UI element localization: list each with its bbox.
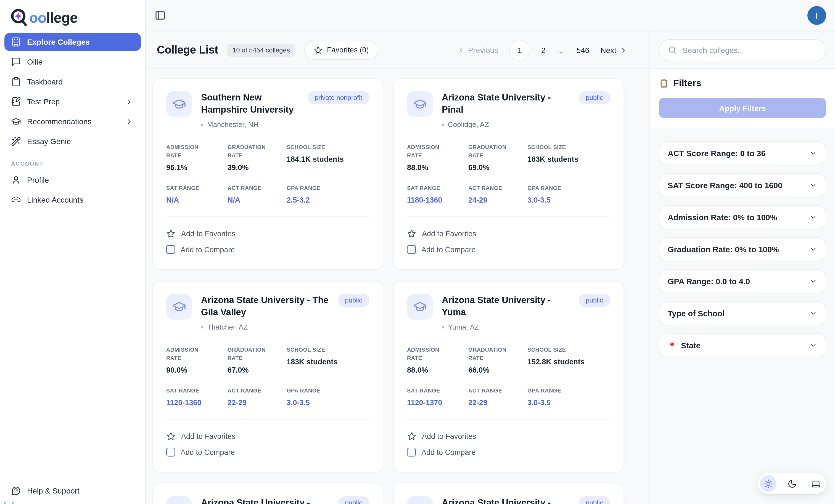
message-square-icon [11,57,21,67]
college-card: Arizona State University - Northeastern … [152,484,383,504]
sidebar-item[interactable]: Essay Genie [4,132,141,150]
pagination-page-2[interactable]: 2 [541,45,546,55]
school-type-badge: public [338,497,369,504]
add-to-favorites-button[interactable]: Add to Favorites [166,429,369,445]
sidebar-item-label: Explore Colleges [27,38,90,46]
pagination-previous[interactable]: Previous [457,45,498,55]
filters-title: Filters [673,78,701,89]
logo-rest: llege [46,9,78,26]
school-size-value: 183K students [527,155,610,163]
laptop-icon [811,479,820,488]
graduation-rate-value: 39.0% [227,163,274,172]
gpa-range-value: 2.5-3.2 [287,196,369,204]
sidebar-item[interactable]: Linked Accounts [4,191,141,209]
sidebar: oo llege Explore Colleges Ollie Taskboar… [0,0,146,504]
graduation-rate-value: 67.0% [227,366,274,375]
stat-label: SAT RANGE [166,387,215,395]
stat-label: ADMISSION RATE [407,143,455,160]
filter-dropdown[interactable]: Admission Rate: 0% to 100% [659,205,826,229]
college-name: Arizona State University - The Gila Vall… [201,294,329,318]
school-size-value: 183K students [287,358,369,366]
filter-label: Graduation Rate: 0% to 100% [668,245,805,254]
sidebar-item[interactable]: Taskboard [4,73,141,90]
search-input[interactable] [683,45,817,55]
sidebar-item[interactable]: Test Prep [4,93,141,110]
location-dot [442,326,444,329]
moon-icon [787,479,797,488]
add-to-favorites-button[interactable]: Add to Favorites [407,226,610,242]
notebook-pen-icon [11,97,21,107]
college-location: Manchester, NH [207,120,259,129]
search-icon [668,45,677,55]
add-to-favorites-button[interactable]: Add to Favorites [407,429,610,445]
help-support-item[interactable]: Help & Support [4,482,141,500]
college-avatar [407,497,433,504]
filter-label: SAT Score Range: 400 to 1600 [668,181,805,190]
graduation-cap-icon [413,503,427,504]
filter-dropdown[interactable]: SAT Score Range: 400 to 1600 [659,173,826,197]
stat-label: GPA RANGE [527,387,610,395]
stat-label: SAT RANGE [407,387,455,395]
pagination-next[interactable]: Next [600,45,627,55]
dark-theme-button[interactable] [783,475,800,492]
compare-checkbox[interactable] [407,245,416,254]
add-to-compare-row: Add to Compare [166,242,369,257]
graduation-cap-icon [172,503,186,504]
sidebar-item[interactable]: Profile [4,171,141,189]
pagination-page-last[interactable]: 546 [576,45,590,55]
user-avatar[interactable]: I [808,6,826,25]
filter-label: State [681,341,805,350]
stat-label: ADMISSION RATE [166,143,215,160]
college-name: Arizona State University - Pinal [442,91,570,115]
building-icon [11,37,21,47]
filter-label: Admission Rate: 0% to 100% [668,213,805,222]
compare-checkbox[interactable] [407,448,416,457]
compare-label[interactable]: Add to Compare [421,245,476,254]
add-to-compare-row: Add to Compare [407,445,610,460]
compare-checkbox[interactable] [166,245,175,254]
divider [407,419,610,420]
college-card: Southern New Hampshire University Manche… [152,78,383,270]
filter-dropdown[interactable]: ACT Score Range: 0 to 36 [659,141,826,165]
star-icon [314,45,323,55]
sidebar-item[interactable]: Recommendations [4,112,141,130]
chevron-left-icon [457,46,465,54]
stat-label: GPA RANGE [527,184,610,192]
divider [166,216,369,217]
wand-icon [11,136,21,146]
stat-label: SAT RANGE [166,184,215,192]
app-root: oo llege Explore Colleges Ollie Taskboar… [0,0,835,504]
compare-label[interactable]: Add to Compare [181,245,235,254]
account-section-label: ACCOUNT [4,150,141,171]
system-theme-button[interactable] [808,475,824,492]
pagination-page-1[interactable]: 1 [509,40,530,60]
location-dot [201,326,203,329]
location-dot [442,123,444,126]
filter-dropdown[interactable]: GPA Range: 0.0 to 4.0 [659,269,826,293]
add-to-favorites-button[interactable]: Add to Favorites [166,226,369,242]
clipboard-icon [659,78,669,88]
compare-checkbox[interactable] [166,448,175,457]
sidebar-item[interactable]: Ollie [4,53,141,71]
filter-dropdown[interactable]: State [659,333,826,357]
compare-label[interactable]: Add to Compare [421,448,476,457]
apply-filters-button[interactable]: Apply Filters [659,98,826,118]
stat-label: SCHOOL SIZE [527,143,610,151]
light-theme-button[interactable] [760,475,776,492]
pagination: Previous 1 2 … 546 Next [457,40,627,60]
filter-dropdown[interactable]: Graduation Rate: 0% to 100% [659,237,826,261]
compare-label[interactable]: Add to Compare [181,448,235,457]
stat-label: GPA RANGE [287,387,369,395]
stat-label: SCHOOL SIZE [287,346,369,354]
filter-dropdown[interactable]: Type of School [659,301,826,325]
user-icon [11,175,21,185]
sidebar-item[interactable]: Explore Colleges [4,33,141,51]
stat-label: GRADUATION RATE [227,346,274,362]
school-type-badge: private nonprofit [308,91,369,104]
sidebar-toggle-icon[interactable] [155,10,166,21]
college-avatar [166,497,192,504]
pagination-ellipsis: … [557,45,566,55]
college-location-row: Yuma, AZ [442,323,570,332]
help-circle-icon [11,486,21,496]
favorites-button[interactable]: Favorites (0) [304,41,378,59]
